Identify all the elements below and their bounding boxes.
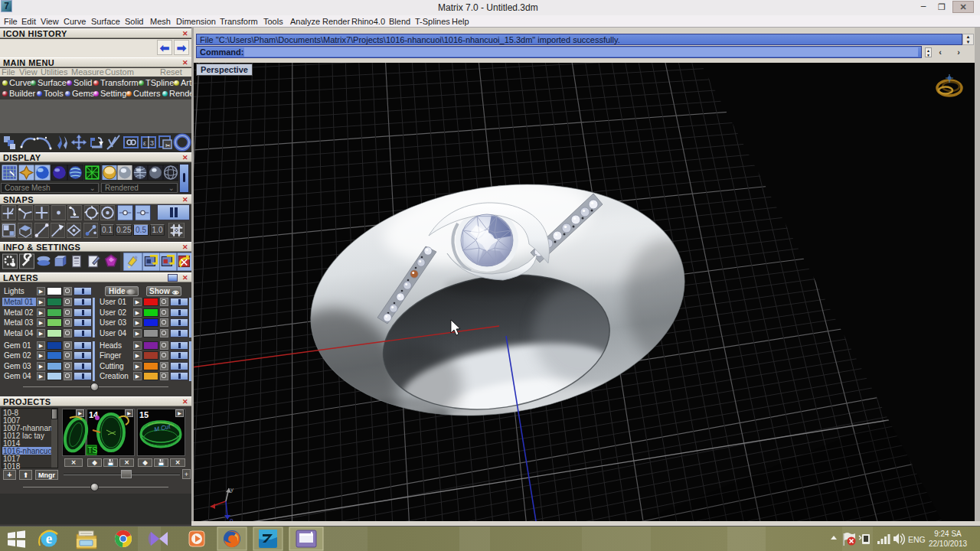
svg-text:✂: ✂ bbox=[165, 142, 171, 149]
svg-text:y: y bbox=[230, 486, 234, 493]
svg-text:TS: TS bbox=[88, 446, 98, 455]
svg-text:ε: ε bbox=[143, 139, 146, 147]
svg-text:3: 3 bbox=[150, 139, 154, 147]
svg-text:22/10/2013: 22/10/2013 bbox=[929, 540, 967, 548]
svg-text:9:24 SA: 9:24 SA bbox=[934, 530, 962, 538]
svg-text:e: e bbox=[46, 530, 52, 546]
svg-text:ENG: ENG bbox=[908, 535, 926, 544]
